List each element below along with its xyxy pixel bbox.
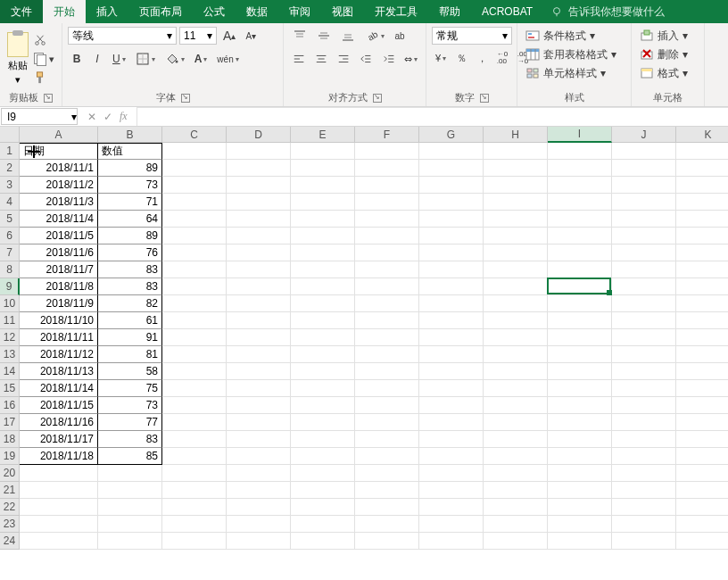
cell[interactable]: [419, 194, 484, 211]
cell[interactable]: [355, 278, 419, 295]
cell[interactable]: [484, 261, 548, 278]
cell[interactable]: [612, 516, 676, 533]
cell[interactable]: [676, 397, 728, 414]
row-header-8[interactable]: 8: [0, 261, 20, 278]
cell[interactable]: [162, 499, 227, 516]
underline-button[interactable]: U▾: [109, 50, 129, 68]
cell[interactable]: [548, 499, 612, 516]
increase-decimal-button[interactable]: ←0 .00: [493, 50, 511, 66]
cell[interactable]: [162, 482, 227, 499]
cell[interactable]: [227, 448, 291, 465]
row-header-16[interactable]: 16: [0, 397, 20, 414]
cell[interactable]: [548, 516, 612, 533]
cell[interactable]: 89: [98, 160, 162, 177]
cell[interactable]: [612, 312, 676, 329]
cell[interactable]: [484, 177, 548, 194]
col-header-I[interactable]: I: [548, 127, 612, 143]
cell[interactable]: [227, 244, 291, 261]
cell[interactable]: [484, 516, 548, 533]
tab-7[interactable]: 开发工具: [364, 0, 428, 23]
cell[interactable]: [548, 329, 612, 346]
align-top-button[interactable]: [289, 27, 310, 45]
cell[interactable]: [419, 160, 484, 177]
cell[interactable]: [419, 380, 484, 397]
cell[interactable]: 2018/11/14: [20, 380, 98, 397]
decrease-font-button[interactable]: A▾: [242, 27, 260, 45]
cell[interactable]: [676, 482, 728, 499]
italic-button[interactable]: I: [88, 50, 106, 68]
cell[interactable]: 91: [98, 329, 162, 346]
delete-cells-button[interactable]: 删除▾: [637, 46, 699, 63]
cell[interactable]: [291, 295, 355, 312]
cell[interactable]: [548, 177, 612, 194]
cell[interactable]: 2018/11/6: [20, 244, 98, 261]
col-header-C[interactable]: C: [162, 127, 227, 143]
row-header-10[interactable]: 10: [0, 295, 20, 312]
cell[interactable]: [548, 228, 612, 244]
insert-cells-button[interactable]: 插入▾: [637, 27, 699, 45]
cell[interactable]: [227, 278, 291, 295]
cell[interactable]: [612, 482, 676, 499]
cell[interactable]: [355, 295, 419, 312]
format-cells-button[interactable]: 格式▾: [637, 64, 699, 82]
row-header-4[interactable]: 4: [0, 194, 20, 211]
cell[interactable]: 83: [98, 431, 162, 448]
cell[interactable]: [162, 211, 227, 228]
cancel-formula-button[interactable]: ✕: [87, 111, 96, 123]
cell[interactable]: [676, 312, 728, 329]
cell[interactable]: [612, 346, 676, 363]
cell[interactable]: [612, 228, 676, 244]
cell[interactable]: [548, 346, 612, 363]
row-header-18[interactable]: 18: [0, 431, 20, 448]
cell[interactable]: [484, 533, 548, 550]
cell[interactable]: [612, 499, 676, 516]
cell[interactable]: 2018/11/12: [20, 346, 98, 363]
spreadsheet-grid[interactable]: ABCDEFGHIJK 1234567891011121314151617181…: [0, 127, 728, 580]
format-painter-button[interactable]: [34, 70, 54, 86]
cell[interactable]: [548, 194, 612, 211]
cell[interactable]: [676, 211, 728, 228]
cell[interactable]: [291, 465, 355, 482]
cell[interactable]: [612, 244, 676, 261]
format-as-table-button[interactable]: 套用表格格式▾: [523, 46, 625, 63]
cell[interactable]: 61: [98, 312, 162, 329]
row-header-14[interactable]: 14: [0, 363, 20, 380]
tab-5[interactable]: 审阅: [278, 0, 321, 23]
cell[interactable]: [548, 414, 612, 431]
cell[interactable]: 2018/11/7: [20, 261, 98, 278]
cell[interactable]: [20, 482, 98, 499]
cell[interactable]: [419, 244, 484, 261]
cell[interactable]: 89: [98, 228, 162, 244]
col-header-H[interactable]: H: [484, 127, 548, 143]
cell[interactable]: [676, 414, 728, 431]
cell[interactable]: 2018/11/17: [20, 431, 98, 448]
cell[interactable]: 71: [98, 194, 162, 211]
cell[interactable]: [162, 278, 227, 295]
cell[interactable]: 2018/11/15: [20, 397, 98, 414]
cell[interactable]: [355, 499, 419, 516]
row-header-24[interactable]: 24: [0, 533, 20, 550]
cell[interactable]: [548, 160, 612, 177]
cell[interactable]: [612, 431, 676, 448]
cell[interactable]: [291, 346, 355, 363]
cell[interactable]: [162, 346, 227, 363]
cell[interactable]: [20, 465, 98, 482]
cell[interactable]: [612, 414, 676, 431]
cell[interactable]: [676, 278, 728, 295]
cell[interactable]: [227, 533, 291, 550]
cell[interactable]: [484, 465, 548, 482]
cell[interactable]: [291, 177, 355, 194]
cell[interactable]: [419, 228, 484, 244]
cell[interactable]: [227, 261, 291, 278]
cell[interactable]: [484, 160, 548, 177]
cell[interactable]: [162, 228, 227, 244]
cell[interactable]: [355, 448, 419, 465]
cell[interactable]: [676, 431, 728, 448]
cell[interactable]: [548, 363, 612, 380]
cell[interactable]: [676, 533, 728, 550]
row-header-19[interactable]: 19: [0, 448, 20, 465]
cell[interactable]: [162, 516, 227, 533]
currency-button[interactable]: ¥▾: [432, 50, 450, 66]
cell[interactable]: [355, 160, 419, 177]
formula-input[interactable]: [136, 107, 728, 126]
